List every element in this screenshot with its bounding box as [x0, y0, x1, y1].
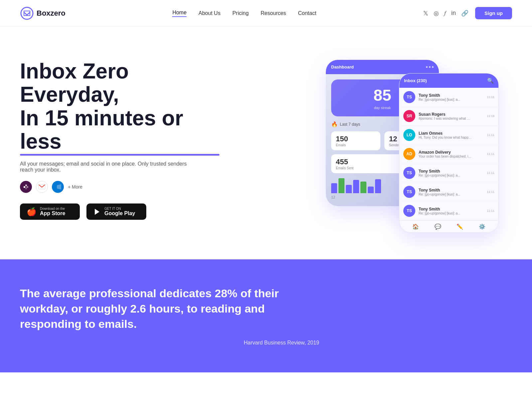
outlook-icon — [52, 181, 64, 193]
inbox-title: Inbox (230) — [404, 78, 427, 83]
svg-point-0 — [21, 7, 33, 19]
inbox-item[interactable]: SR Susan Rogers #psmons: I was wondering… — [399, 107, 498, 126]
app-mockup: Dashboard 85 day streak 🔥 Last 7 days — [319, 53, 512, 226]
slack-icon — [20, 181, 32, 193]
nav-right: 𝕏 ◎ 𝑓 in 🔗 Sign up — [423, 7, 512, 19]
svg-rect-3 — [27, 186, 28, 188]
hero-section: Inbox Zero Everyday, In 15 minutes or le… — [0, 27, 532, 259]
dot-3 — [432, 66, 434, 68]
compose-icon[interactable]: ✏️ — [457, 223, 463, 230]
nav-home[interactable]: Home — [172, 10, 187, 17]
link-icon[interactable]: 🔗 — [461, 10, 468, 17]
more-integrations: + More — [68, 184, 82, 190]
play-icon — [93, 208, 101, 216]
bar-7 — [375, 179, 381, 193]
hero-subtitle: All your messages; email and social in o… — [20, 161, 193, 173]
nav-pricing[interactable]: Pricing — [232, 10, 249, 16]
svg-rect-4 — [25, 188, 27, 189]
inbox-item[interactable]: AD Amazon Delivery Your order has been d… — [399, 145, 498, 164]
bar-2 — [338, 178, 344, 193]
google-play-text: GET IT ON Google Play — [104, 207, 135, 216]
google-play-button[interactable]: GET IT ON Google Play — [86, 203, 146, 220]
instagram-icon[interactable]: ◎ — [434, 10, 439, 17]
dashboard-title: Dashboard — [331, 65, 354, 69]
home-icon[interactable]: 🏠 — [412, 223, 419, 230]
nav-resources[interactable]: Resources — [261, 10, 286, 16]
bar-6 — [368, 187, 374, 193]
bar-3 — [346, 185, 352, 193]
emails-label: Emails — [336, 143, 376, 147]
settings-icon[interactable]: ⚙️ — [479, 223, 485, 230]
dashboard-header: Dashboard — [326, 60, 439, 74]
svg-marker-7 — [95, 209, 99, 215]
inbox-item[interactable]: LO Liam Omnes Hi, Tony. Did you know wha… — [399, 126, 498, 145]
hero-title-line1: Inbox Zero Everyday, — [20, 59, 129, 106]
google-play-big: Google Play — [104, 210, 135, 216]
nav-about[interactable]: About Us — [199, 10, 220, 16]
inbox-header: Inbox (230) 🔍 — [399, 73, 498, 88]
hero-content: Inbox Zero Everyday, In 15 minutes or le… — [20, 60, 219, 220]
emails-count: 150 — [336, 135, 376, 143]
logo[interactable]: Boxzero — [20, 6, 66, 20]
app-store-small: Download on the — [40, 207, 65, 210]
inbox-item[interactable]: TS Tony Smith Re: [go-up/gonow] [kuo]: a… — [399, 164, 498, 183]
hero-title-line2: In 15 minutes or less — [20, 106, 219, 153]
linkedin-icon[interactable]: in — [451, 10, 456, 17]
navbar: Boxzero Home About Us Pricing Resources … — [0, 0, 532, 27]
svg-rect-2 — [25, 185, 27, 186]
app-store-text: Download on the App Store — [40, 207, 65, 216]
logo-icon — [20, 6, 34, 20]
dot-1 — [426, 66, 428, 68]
search-icon[interactable]: 🔍 — [487, 77, 494, 84]
integration-icons: + More — [20, 181, 219, 193]
app-store-big: App Store — [40, 210, 65, 216]
dot-2 — [429, 66, 431, 68]
fire-icon: 🔥 — [331, 121, 338, 127]
gmail-icon — [36, 181, 48, 193]
apple-icon: 🍎 — [27, 207, 37, 216]
nav-contact[interactable]: Contact — [298, 10, 316, 16]
stats-source: Harvard Business Review, 2019 — [20, 340, 319, 346]
inbox-mockup: Inbox (230) 🔍 TS Tony Smith Re: [go-up/g… — [399, 73, 499, 233]
facebook-icon[interactable]: 𝑓 — [444, 10, 446, 17]
inbox-item[interactable]: TS Tony Smith Re: [go-up/gonow] [kuo]: a… — [399, 201, 498, 220]
store-buttons: 🍎 Download on the App Store GET IT ON Go… — [20, 203, 219, 220]
inbox-item[interactable]: TS Tony Smith Re: [go-up/gonow] [kuo]: a… — [399, 88, 498, 107]
inbox-bottom-nav: 🏠 💬 ✏️ ⚙️ — [399, 220, 498, 232]
stats-section: The average professional dedicates 28% o… — [0, 259, 532, 372]
signup-button[interactable]: Sign up — [475, 7, 512, 19]
app-store-button[interactable]: 🍎 Download on the App Store — [20, 203, 80, 220]
nav-links: Home About Us Pricing Resources Contact — [172, 10, 316, 17]
hero-title: Inbox Zero Everyday, In 15 minutes or le… — [20, 60, 219, 153]
inbox-list: TS Tony Smith Re: [go-up/gonow] [kuo]: a… — [399, 88, 498, 220]
stats-quote: The average professional dedicates 28% o… — [20, 286, 319, 332]
emails-stat: 150 Emails — [331, 131, 380, 150]
google-play-small: GET IT ON — [104, 207, 135, 210]
bar-1 — [331, 183, 337, 193]
streak-text: Last 7 days — [340, 122, 360, 127]
bar-4 — [353, 180, 359, 193]
brand-name: Boxzero — [37, 9, 66, 18]
inbox-item[interactable]: TS Tony Smith Re: [go-up/gonow] [kuo]: a… — [399, 183, 498, 201]
svg-rect-1 — [24, 186, 25, 188]
mock-dots — [426, 66, 434, 68]
chat-icon[interactable]: 💬 — [435, 223, 441, 230]
twitter-icon[interactable]: 𝕏 — [423, 10, 428, 17]
bar-5 — [360, 182, 366, 193]
social-links: 𝕏 ◎ 𝑓 in 🔗 — [423, 10, 468, 17]
